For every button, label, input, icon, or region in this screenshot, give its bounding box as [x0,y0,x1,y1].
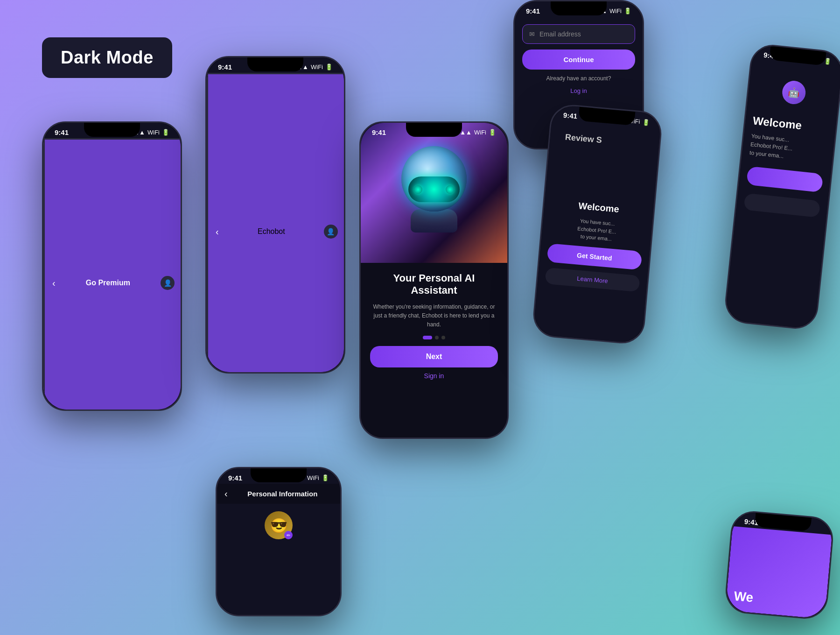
wifi-icon-3: WiFi [474,129,486,136]
pagination-dots [370,336,498,339]
header-title-1: Go Premium [56,279,161,287]
welcome-desc: You have suc...Echobot Pro! E...to your … [576,217,617,244]
chat-header: ‹ Echobot 👤 [207,73,344,372]
welcome-big-text: Welcome [752,114,829,135]
chat-header-title: Echobot [258,227,285,236]
chat-back-button[interactable]: ‹ [216,226,219,237]
notch [84,123,140,137]
battery-icon-3: 🔋 [489,129,496,136]
partial-content-7: 🤖 Welcome You have suc...Echobot Pro! E.… [724,59,840,329]
edit-icon[interactable]: ✏ [284,531,293,539]
phone-partial-bottom: 9:41 We [724,509,835,621]
email-input[interactable]: Email address [539,30,581,38]
login-link[interactable]: Log in [522,87,635,94]
info-content: 😎 ✏ [217,504,340,615]
phone-welcome: 9:41 ▲▲ WiFi 🔋 Review S Welcome You have… [532,103,664,345]
avatar-emoji-7: 🤖 [788,86,800,99]
partial8-content: We [725,526,832,619]
time-5: 9:41 [563,111,577,120]
time-4: 9:41 [526,7,540,15]
battery-icon: 🔋 [162,129,169,136]
notch-2 [247,57,303,71]
avatar-icon: 🤖 [781,80,807,106]
robot-visor [408,176,460,202]
phone-welcome-right: 9:41 🔋 🤖 Welcome You have suc...Echobot … [723,42,840,331]
welcome-sub-button[interactable]: Learn More [545,268,640,292]
welcome-title: Welcome [578,201,620,215]
dot-2[interactable] [435,336,439,339]
welcome-sub-text: You have suc...Echobot Pro! E...to your … [749,132,827,165]
avatar-emoji: 😎 [270,517,287,534]
email-input-row[interactable]: ✉ Email address [522,24,635,44]
welcome-button[interactable]: Get Started [547,243,643,270]
ai-info: Your Personal AI Assistant Whether you'r… [361,263,507,437]
phone-premium: 9:41 ▲▲▲ WiFi 🔋 ‹ Go Premium 👤 Review Su… [42,121,182,411]
notch-3 [406,123,462,137]
ai-title: Your Personal AI Assistant [370,272,498,297]
notch-6 [251,468,307,482]
wifi-icon: WiFi [147,129,160,136]
robot-body [411,209,457,233]
hero-image [361,123,507,263]
battery-icon-5: 🔋 [642,119,650,126]
continue-button[interactable]: Continue [522,49,635,70]
back-button[interactable]: ‹ [52,278,56,289]
notch-4 [551,1,607,15]
wifi-icon-4: WiFi [609,7,622,14]
welcome-sub-label: Learn More [577,275,609,284]
account-text: Already have an account? [522,75,635,82]
time-6: 9:41 [228,474,242,482]
info-back-button[interactable]: ‹ [224,488,228,499]
email-icon: ✉ [529,30,535,38]
welcome-content: Welcome You have suc...Echobot Pro! E...… [533,146,658,344]
continue-label: Continue [564,56,594,64]
dark-mode-label: Dark Mode [42,37,172,78]
we-text: We [733,589,754,605]
dot-3[interactable] [441,336,445,339]
phone-chat: 9:41 ▲▲▲ WiFi 🔋 ‹ Echobot 👤 E Echobot Pl… [205,56,345,374]
battery-icon-6: 🔋 [322,474,329,481]
dot-1[interactable] [423,336,432,339]
avatar-1[interactable]: 👤 [161,276,175,290]
battery-icon-4: 🔋 [624,7,631,14]
welcome-secondary-btn[interactable] [743,193,820,218]
phone-personal-info: 9:41 ▲▲▲ WiFi 🔋 ‹ Personal Information 😎… [216,467,342,616]
info-header: ‹ Personal Information [217,484,340,504]
robot-helmet [401,146,467,212]
welcome-btn-label: Get Started [577,251,613,262]
welcome-action-btn[interactable] [746,166,823,193]
premium-header: ‹ Go Premium 👤 [43,138,181,409]
profile-avatar[interactable]: 😎 ✏ [265,511,293,539]
robot-figure [392,146,476,240]
wifi-icon-2: WiFi [311,64,323,71]
ai-desc: Whether you're seeking information, guid… [370,303,498,330]
time-3: 9:41 [372,128,386,136]
battery-icon-2: 🔋 [325,64,333,71]
chat-avatar[interactable]: 👤 [324,225,338,239]
time-1: 9:41 [55,128,69,136]
time-2: 9:41 [218,63,232,71]
info-title: Personal Information [232,490,333,498]
phone-onboarding: 9:41 ▲▲▲ WiFi 🔋 Your Personal AI Assista… [359,121,509,439]
next-button[interactable]: Next [370,346,498,367]
wifi-icon-6: WiFi [307,474,319,481]
next-label: Next [426,353,442,360]
sign-in-link[interactable]: Sign in [370,372,498,380]
dark-mode-text: Dark Mode [61,48,154,67]
